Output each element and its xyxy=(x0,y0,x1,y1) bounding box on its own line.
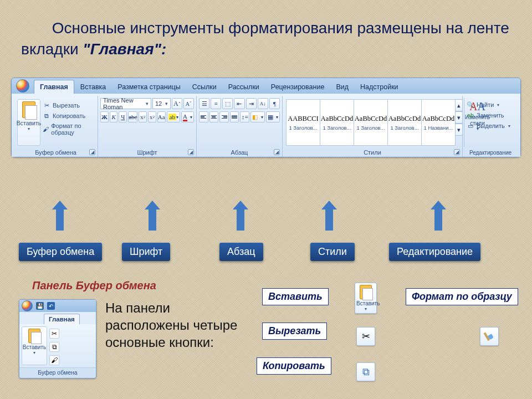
font-name-combo[interactable]: Times New Roman▾ xyxy=(100,98,151,109)
group-editing: 🔍Найти▾ abЗаменить ▭Выделить▾ Редактиров… xyxy=(463,96,518,157)
arrow-icon xyxy=(145,201,160,231)
brush-icon[interactable]: 🖌 xyxy=(49,355,59,365)
cut-example-button[interactable]: ✂ xyxy=(356,327,375,346)
decrease-indent-button[interactable]: ⇤ xyxy=(234,98,244,109)
group-paragraph-label: Абзац xyxy=(197,149,282,156)
justify-button[interactable] xyxy=(230,111,239,122)
grow-font-button[interactable]: A˄ xyxy=(172,98,182,109)
style-item[interactable]: AaBbCcDd1 Названи... xyxy=(421,99,456,146)
style-item[interactable]: AaBbCcDd1 Заголов... xyxy=(320,99,354,146)
mini-tab-home[interactable]: Главная xyxy=(44,314,80,324)
group-clipboard: Вставить ▾ ✂Вырезать ⧉Копировать 🖌Формат… xyxy=(14,96,98,157)
gallery-down-button[interactable]: ▾ xyxy=(455,111,463,124)
align-center-button[interactable] xyxy=(209,111,219,122)
show-marks-button[interactable]: ¶ xyxy=(269,98,280,109)
styles-dialog-launcher[interactable]: ◢ xyxy=(454,149,460,155)
scissors-icon: ✂ xyxy=(43,101,50,109)
sort-button[interactable]: A↓ xyxy=(258,98,268,109)
style-item[interactable]: AaBbCcDd1 Заголов... xyxy=(387,99,422,146)
callout-styles: Стили xyxy=(310,243,355,261)
callout-paragraph: Абзац xyxy=(219,243,263,261)
font-color-button[interactable]: A▾ xyxy=(181,111,194,122)
group-font: Times New Roman▾ 12▾ A˄ A˅ Ж К Ч abc x2 … xyxy=(98,96,197,157)
copy-example-button[interactable]: ⧉ xyxy=(356,362,375,381)
bold-button[interactable]: Ж xyxy=(100,111,109,122)
align-right-button[interactable] xyxy=(219,111,229,122)
superscript-button[interactable]: x2 xyxy=(148,111,156,122)
style-gallery[interactable]: AABBCCI1 Заголов... AaBbCcDd1 Заголов...… xyxy=(286,99,463,146)
office-button-icon[interactable] xyxy=(22,300,33,311)
group-font-label: Шрифт xyxy=(98,149,196,156)
arrow-icon xyxy=(431,201,446,231)
paste-example-button[interactable]: Вставить ▾ xyxy=(355,283,377,314)
subscript-button[interactable]: x2 xyxy=(139,111,147,122)
style-item[interactable]: AaBbCcDd1 Заголов... xyxy=(354,99,388,146)
paste-button[interactable]: Вставить ▾ xyxy=(17,99,40,146)
copy-icon: ⧉ xyxy=(362,366,370,378)
ribbon-groups: Вставить ▾ ✂Вырезать ⧉Копировать 🖌Формат… xyxy=(12,94,520,157)
tab-review[interactable]: Рецензирование xyxy=(265,80,330,94)
brush-icon xyxy=(484,330,495,343)
tab-view[interactable]: Вид xyxy=(330,80,354,94)
increase-indent-button[interactable]: ⇥ xyxy=(246,98,257,109)
paragraph-dialog-launcher[interactable]: ◢ xyxy=(274,149,280,155)
office-button-icon[interactable] xyxy=(16,79,29,93)
save-icon[interactable]: 💾 xyxy=(36,302,44,310)
paste-label: Вставить xyxy=(17,120,42,126)
format-painter-button[interactable]: 🖌Формат по образцу xyxy=(43,122,95,136)
numbering-button[interactable]: ≡ xyxy=(211,98,221,109)
copy-icon: ⧉ xyxy=(43,112,50,120)
label-copy: Копировать xyxy=(257,357,331,375)
group-styles: AABBCCI1 Заголов... AaBbCcDd1 Заголов...… xyxy=(283,96,463,157)
mini-footer: Буфер обмена xyxy=(19,367,96,378)
copy-icon[interactable]: ⧉ xyxy=(49,342,59,352)
style-item[interactable]: AABBCCI1 Заголов... xyxy=(286,99,320,146)
format-painter-example-button[interactable] xyxy=(480,327,499,346)
find-button[interactable]: 🔍Найти▾ xyxy=(467,101,514,109)
underline-button[interactable]: Ч xyxy=(119,111,127,122)
select-icon: ▭ xyxy=(467,122,474,130)
arrow-icon xyxy=(322,201,336,231)
group-editing-label: Редактирование xyxy=(463,150,518,156)
change-case-button[interactable]: Aa xyxy=(157,111,166,122)
italic-button[interactable]: К xyxy=(110,111,118,122)
word-ribbon: Главная Вставка Разметка страницы Ссылки… xyxy=(11,78,521,157)
gallery-up-button[interactable]: ▴ xyxy=(455,99,463,111)
undo-icon[interactable]: ↶ xyxy=(47,302,55,310)
tab-references[interactable]: Ссылки xyxy=(187,80,222,94)
replace-icon: ab xyxy=(467,111,474,119)
align-left-button[interactable] xyxy=(199,111,208,122)
shrink-font-button[interactable]: A˅ xyxy=(183,98,194,109)
shading-button[interactable]: ◧▾ xyxy=(250,111,264,122)
scissors-icon[interactable]: ✂ xyxy=(49,329,59,339)
tab-insert[interactable]: Вставка xyxy=(75,80,111,94)
label-cut: Вырезать xyxy=(262,323,327,340)
line-spacing-button[interactable]: ↕≡ xyxy=(240,111,249,122)
cut-button[interactable]: ✂Вырезать xyxy=(43,101,95,109)
tab-home[interactable]: Главная xyxy=(34,80,74,94)
font-size-combo[interactable]: 12▾ xyxy=(152,98,171,109)
tab-layout[interactable]: Разметка страницы xyxy=(112,80,186,94)
clipboard-dialog-launcher[interactable]: ◢ xyxy=(89,149,95,155)
multilevel-button[interactable]: ⬚ xyxy=(222,98,233,109)
callout-clipboard: Буфер обмена xyxy=(19,243,102,261)
highlight-button[interactable]: ab▾ xyxy=(167,111,180,122)
gallery-more-button[interactable]: ▾ xyxy=(455,124,463,136)
callout-font: Шрифт xyxy=(122,243,170,261)
clipboard-mini-panel: 💾 ↶ Главная Вставить ▾ ✂ ⧉ 🖌 Буфер обмен… xyxy=(19,299,96,378)
callout-editing: Редактирование xyxy=(389,243,480,261)
select-button[interactable]: ▭Выделить▾ xyxy=(467,122,514,130)
binoculars-icon: 🔍 xyxy=(467,101,474,109)
heading-emphasis: "Главная": xyxy=(83,40,166,58)
copy-button[interactable]: ⧉Копировать xyxy=(43,112,95,120)
strike-button[interactable]: abc xyxy=(128,111,137,122)
tab-mailings[interactable]: Рассылки xyxy=(223,80,265,94)
bullets-button[interactable]: ☰ xyxy=(199,98,209,109)
borders-button[interactable]: ▦▾ xyxy=(266,111,280,122)
ribbon-tabs: Главная Вставка Разметка страницы Ссылки… xyxy=(12,78,520,94)
paste-icon xyxy=(28,329,40,343)
tab-addins[interactable]: Надстройки xyxy=(355,80,404,94)
font-dialog-launcher[interactable]: ◢ xyxy=(188,149,194,155)
mini-paste-button[interactable]: Вставить ▾ xyxy=(22,326,47,365)
replace-button[interactable]: abЗаменить xyxy=(467,111,514,119)
